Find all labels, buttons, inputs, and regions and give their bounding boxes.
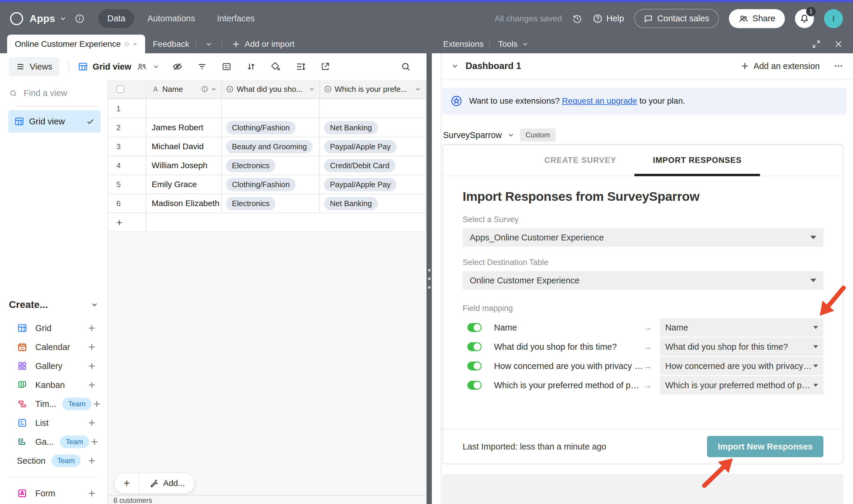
table-row[interactable]: 3 Michael David Beauty and Grooming Payp… (108, 138, 426, 156)
add-or-import-button[interactable]: Add or import (232, 35, 295, 53)
create-section-header[interactable]: Create... (9, 299, 99, 310)
tab-online-customer-experience[interactable]: Online Customer Experience (7, 35, 145, 53)
chevron-down-icon[interactable] (507, 131, 515, 139)
more-menu-icon[interactable] (833, 61, 843, 71)
plus-icon[interactable] (87, 343, 97, 352)
upgrade-banner: Want to use extensions? Request an upgra… (443, 88, 847, 114)
chevron-down-icon (90, 301, 99, 309)
table-row[interactable]: 6 Madison Elizabeth Electronics Net Bank… (108, 194, 426, 213)
plus-icon[interactable] (89, 437, 100, 446)
add-with-ai-button[interactable]: Add... (140, 479, 194, 488)
row-height-icon[interactable] (295, 61, 306, 72)
separator (489, 39, 490, 49)
expand-icon[interactable] (812, 39, 821, 49)
grid-view-icon (17, 323, 28, 333)
mapping-toggle-on[interactable] (467, 381, 482, 390)
plus-icon[interactable] (91, 399, 102, 408)
extension-name[interactable]: SurveySparrow (443, 130, 502, 140)
add-row[interactable]: + (108, 213, 426, 232)
mapping-toggle-on[interactable] (467, 362, 482, 371)
mapping-target-select[interactable]: What did you shop for this time? (660, 338, 823, 356)
find-view-input[interactable]: Find a view (9, 88, 99, 98)
help-button[interactable]: Help (593, 14, 624, 24)
tab-create-survey[interactable]: CREATE SURVEY (526, 145, 635, 176)
nav-tab-data[interactable]: Data (98, 9, 134, 28)
chevron-down-icon[interactable] (59, 15, 67, 22)
avatar[interactable]: I (824, 9, 843, 28)
table-tab-strip: Online Customer Experience Feedback Add … (0, 35, 853, 53)
check-icon (86, 117, 95, 126)
add-record-button[interactable]: + (114, 473, 140, 493)
plus-icon[interactable] (87, 456, 97, 465)
create-timeline-item[interactable]: Tim... Team (0, 394, 107, 413)
chevron-down-icon[interactable] (211, 86, 217, 92)
table-row[interactable]: 2 James Robert Clothing/Fashion Net Bank… (108, 119, 426, 138)
survey-select[interactable]: Apps_Online Customer Experience (463, 228, 823, 247)
add-extension-button[interactable]: Add an extension (741, 61, 820, 71)
request-upgrade-link[interactable]: Request an upgrade (562, 96, 637, 105)
mapping-toggle-on[interactable] (467, 342, 482, 351)
search-icon[interactable] (401, 61, 411, 72)
arrow-right-icon: → (643, 380, 652, 390)
sidebar-item-grid-view[interactable]: Grid view (8, 110, 101, 133)
workspace-logo[interactable] (10, 12, 23, 25)
plus-icon[interactable] (87, 489, 97, 498)
panel-resize-handle[interactable] (427, 53, 432, 504)
chevron-down-icon[interactable] (415, 86, 421, 92)
mapping-target-select[interactable]: Which is your preferred method of paym (660, 376, 823, 394)
destination-table-select[interactable]: Online Customer Experience (463, 271, 823, 290)
chevron-down-icon[interactable] (308, 86, 315, 92)
chevron-down-icon[interactable] (133, 40, 138, 48)
create-kanban-item[interactable]: Kanban (0, 376, 107, 394)
tools-menu[interactable]: Tools (498, 35, 529, 53)
table-list-chevron[interactable] (205, 35, 213, 53)
create-gallery-item[interactable]: Gallery (0, 357, 107, 376)
column-header-name[interactable]: Name (146, 80, 222, 98)
create-form-item[interactable]: Form (0, 484, 107, 503)
tab-import-responses[interactable]: IMPORT RESPONSES (635, 145, 760, 176)
select-all-checkbox[interactable] (117, 85, 124, 93)
filter-icon[interactable] (197, 61, 207, 72)
table-row[interactable]: 1 (108, 100, 426, 119)
table-row[interactable]: 5 Emily Grace Clothing/Fashion Paypal/Ap… (108, 175, 426, 194)
contact-sales-button[interactable]: Contact sales (634, 9, 719, 28)
plus-icon[interactable] (87, 418, 97, 427)
group-icon[interactable] (221, 61, 232, 72)
kanban-view-icon (17, 380, 28, 390)
dashboard-title[interactable]: Dashboard 1 (466, 61, 521, 71)
plus-icon[interactable] (87, 324, 97, 332)
menu-icon (16, 62, 25, 71)
add-extension-zone[interactable]: Add an extension (443, 474, 843, 504)
tab-feedback[interactable]: Feedback (153, 35, 189, 53)
color-icon[interactable] (270, 61, 281, 72)
mapping-target-select[interactable]: How concerned are you with privacy & s (660, 357, 823, 375)
nav-tab-automations[interactable]: Automations (138, 9, 204, 28)
gallery-view-icon (17, 361, 28, 371)
column-header-payment[interactable]: Which is your prefe... (320, 80, 426, 98)
mapping-target-select[interactable]: Name (660, 318, 823, 337)
mapping-toggle-on[interactable] (467, 323, 482, 332)
create-calendar-item[interactable]: 31 Calendar (0, 338, 107, 357)
chevron-down-icon[interactable] (451, 62, 459, 70)
info-icon[interactable] (75, 14, 85, 24)
table-row[interactable]: 4 William Joseph Electronics Credit/Debi… (108, 156, 426, 175)
nav-tab-interfaces[interactable]: Interfaces (208, 9, 264, 28)
history-icon[interactable] (572, 13, 583, 24)
current-view-switcher[interactable]: Grid view (78, 61, 160, 72)
create-section-item[interactable]: Section Team (0, 451, 107, 470)
share-view-icon[interactable] (320, 61, 330, 72)
create-gantt-item[interactable]: Ga... Team (0, 432, 107, 451)
close-icon[interactable] (834, 40, 843, 49)
column-header-shop[interactable]: What did you sho... (222, 80, 320, 98)
create-list-item[interactable]: List (0, 413, 107, 432)
views-button[interactable]: Views (9, 57, 59, 76)
hide-fields-icon[interactable] (172, 61, 183, 72)
import-new-responses-button[interactable]: Import New Responses (707, 436, 823, 457)
plus-icon[interactable] (87, 362, 97, 371)
share-button[interactable]: Share (729, 9, 785, 28)
create-grid-item[interactable]: Grid (0, 319, 107, 338)
plus-icon[interactable] (87, 380, 97, 390)
caret-down-icon (813, 364, 818, 367)
sort-icon[interactable] (246, 61, 256, 72)
base-name[interactable]: Apps (30, 13, 55, 24)
